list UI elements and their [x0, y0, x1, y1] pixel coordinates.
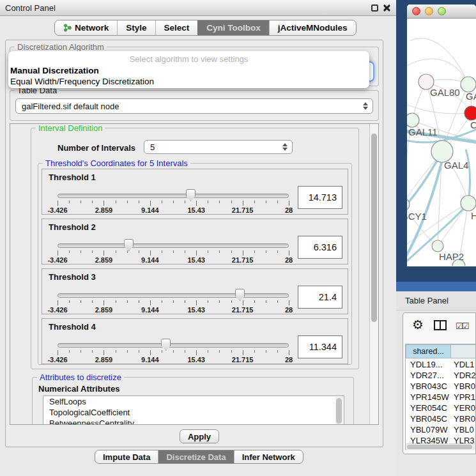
tab-select[interactable]: Select: [155, 20, 198, 35]
scrollbar-thumb[interactable]: [336, 398, 342, 424]
cell-shared-name[interactable]: YBR045C: [406, 413, 451, 424]
cell-name[interactable]: YBR0: [451, 381, 475, 392]
num-intervals-combobox[interactable]: 5: [144, 140, 293, 154]
list-item[interactable]: SelfLoops: [43, 396, 344, 407]
stepper-icon: [282, 143, 288, 151]
network-node[interactable]: [431, 141, 453, 162]
cell-shared-name[interactable]: YBR043C: [406, 381, 451, 392]
window-frame-edge: [396, 282, 476, 291]
slider-handle[interactable]: [161, 339, 171, 351]
slider-track[interactable]: [58, 243, 289, 248]
combobox-value: 5: [144, 142, 155, 152]
network-desktop: GAL80 GA C GAL11 GAL4 GCY1 H HAP2: [396, 0, 476, 291]
table-row[interactable]: YDL19...YDL1: [406, 359, 475, 370]
tab-infer-network[interactable]: Infer Network: [234, 450, 303, 463]
cell-shared-name[interactable]: YBL079W: [406, 424, 451, 435]
threshold-1-slider[interactable]: -3.4262.8599.14415.4321.71528: [58, 183, 289, 215]
cell-shared-name[interactable]: YDL19...: [406, 359, 451, 370]
zoom-traffic-icon[interactable]: [438, 7, 446, 15]
slider-handle[interactable]: [124, 239, 134, 251]
interval-definition-group: Interval Definition Number of Intervals …: [31, 128, 359, 369]
threshold-3-slider[interactable]: -3.4262.8599.14415.4321.71528: [58, 283, 289, 315]
network-canvas[interactable]: GAL80 GA C GAL11 GAL4 GCY1 H HAP2: [407, 19, 476, 266]
network-window[interactable]: GAL80 GA C GAL11 GAL4 GCY1 H HAP2: [407, 4, 476, 266]
table-data-combobox[interactable]: galFiltered.sif default node: [15, 98, 373, 114]
list-item[interactable]: BetweennessCentrality: [43, 418, 344, 425]
tab-label: Network: [75, 23, 109, 33]
slider-track[interactable]: [58, 293, 289, 298]
table-row[interactable]: YBR045CYBR0: [406, 413, 475, 424]
cell-shared-name[interactable]: YDR27...: [406, 370, 451, 381]
slider-track[interactable]: [58, 194, 289, 198]
cell-shared-name[interactable]: YER054C: [406, 403, 451, 413]
cell-name[interactable]: YBL0: [451, 424, 474, 435]
threshold-3-value-field[interactable]: 21.4: [298, 286, 342, 309]
network-node-selected[interactable]: [464, 106, 476, 120]
table-panel-body: ⚙ ☑☑ shared... na YDL19...YDL1 YDR27...Y…: [396, 311, 476, 476]
network-window-titlebar[interactable]: [407, 4, 476, 19]
stepper-icon: [363, 102, 368, 110]
table-row[interactable]: YER054CYER0: [406, 403, 475, 413]
cell-name[interactable]: YPR1: [451, 392, 475, 403]
panel-title: Control Panel: [5, 3, 56, 13]
slider-handle[interactable]: [235, 289, 245, 301]
threshold-label: Threshold 4: [49, 322, 96, 332]
table-row[interactable]: YBL079WYBL0: [406, 424, 475, 435]
numerical-attributes-label: Numerical Attributes: [38, 384, 119, 394]
horizontal-scrollbar[interactable]: [406, 443, 475, 450]
tab-jactivemnodules[interactable]: jActiveMNodules: [269, 20, 356, 35]
table-row[interactable]: YPR145WYPR1: [406, 392, 475, 403]
slider-tick-labels: -3.4262.8599.14415.4321.71528: [58, 356, 289, 364]
group-title: Attributes to discretize: [37, 372, 124, 382]
slider-track[interactable]: [58, 343, 289, 348]
panel-scrollbar[interactable]: [369, 124, 378, 424]
minimize-traffic-icon[interactable]: [425, 7, 433, 15]
threshold-4-slider[interactable]: -3.4262.8599.14415.4321.71528: [58, 333, 289, 365]
scrollbar-thumb[interactable]: [407, 445, 472, 449]
network-node[interactable]: [432, 240, 443, 252]
tab-cyni-toolbox[interactable]: Cyni Toolbox: [197, 20, 269, 35]
apply-button[interactable]: Apply: [180, 429, 219, 443]
dropdown-option-equal-width-frequency[interactable]: Equal Width/Frequency Discretization: [8, 76, 369, 87]
network-node[interactable]: [461, 196, 476, 211]
close-traffic-icon[interactable]: [412, 7, 420, 15]
gear-icon[interactable]: ⚙: [412, 317, 424, 332]
node-label: HAP2: [439, 251, 464, 262]
tab-discretize-data[interactable]: Discretize Data: [158, 450, 233, 463]
list-item[interactable]: TopologicalCoefficient: [43, 407, 344, 418]
cell-name[interactable]: YLR3: [451, 435, 475, 443]
threshold-1-value-field[interactable]: 14.713: [298, 186, 342, 209]
dropdown-option-manual-discretization[interactable]: Manual Discretization: [8, 65, 369, 76]
network-node[interactable]: [407, 113, 419, 127]
tab-style[interactable]: Style: [117, 20, 155, 35]
table-row[interactable]: YLR345WYLR3: [406, 435, 475, 443]
table-row[interactable]: YBR043CYBR0: [406, 381, 475, 392]
cell-name[interactable]: YDL1: [451, 359, 475, 370]
float-icon[interactable]: [371, 4, 378, 12]
threshold-2-value-field[interactable]: 6.316: [298, 236, 342, 259]
split-columns-icon[interactable]: [434, 320, 447, 330]
scrollbar-thumb[interactable]: [371, 134, 377, 322]
select-columns-icon[interactable]: ☑☑: [456, 321, 468, 331]
list-scrollbar[interactable]: [335, 397, 343, 425]
close-icon[interactable]: [383, 4, 390, 12]
threshold-2-slider[interactable]: -3.4262.8599.14415.4321.71528: [58, 233, 289, 265]
tab-impute-data[interactable]: Impute Data: [95, 450, 158, 463]
numerical-attributes-list[interactable]: SelfLoops TopologicalCoefficient Between…: [43, 395, 344, 425]
tab-network[interactable]: Network: [55, 20, 117, 35]
table-row[interactable]: YDR27...YDR2: [406, 370, 475, 381]
column-header-name[interactable]: na: [451, 344, 475, 358]
cell-name[interactable]: YDR2: [451, 370, 475, 381]
group-title: Discretization Algorithm: [15, 42, 107, 52]
slider-tick-labels: -3.4262.8599.14415.4321.71528: [58, 206, 289, 214]
threshold-4-value-field[interactable]: 11.344: [298, 335, 342, 358]
cell-name[interactable]: YER0: [451, 403, 475, 413]
cell-name[interactable]: YBR0: [451, 413, 475, 424]
node-label: GAL11: [408, 127, 438, 137]
column-header-shared-name[interactable]: shared...: [406, 344, 451, 358]
slider-handle[interactable]: [186, 189, 196, 201]
cell-shared-name[interactable]: YPR145W: [406, 392, 451, 403]
cell-shared-name[interactable]: YLR345W: [406, 435, 451, 443]
node-label: GCY1: [407, 211, 427, 222]
network-node[interactable]: [461, 77, 476, 92]
